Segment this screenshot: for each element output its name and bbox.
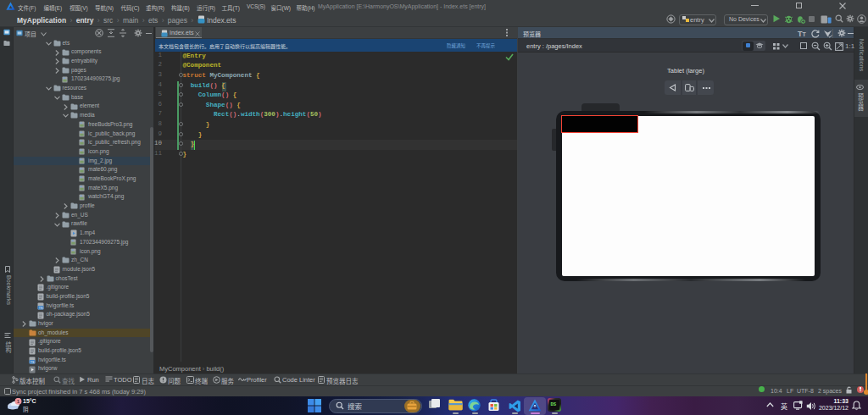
svg-text:TS: TS: [38, 307, 42, 310]
svg-text:TS: TS: [31, 361, 35, 364]
